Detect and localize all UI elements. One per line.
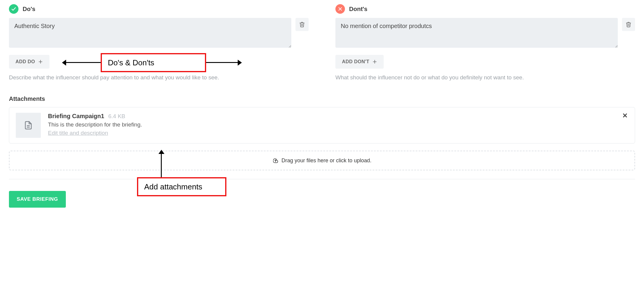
arrowhead-right-icon: [238, 60, 242, 66]
annotation-add-attachments: Add attachments: [137, 177, 226, 196]
check-icon: [9, 4, 18, 14]
upload-dropzone[interactable]: Drag your files here or click to upload.: [9, 151, 635, 170]
plus-icon: [38, 59, 43, 64]
add-dont-label: ADD DON'T: [342, 59, 369, 64]
do-item-input[interactable]: [9, 18, 291, 48]
attachments-heading: Attachments: [9, 95, 635, 102]
arrowhead-up-icon: [158, 150, 164, 154]
attachment-description: This is the description for the briefing…: [48, 121, 628, 128]
attachment-title: Briefing Campaign1: [48, 113, 104, 119]
close-icon: ✕: [622, 112, 628, 119]
arrowhead-left-icon: [62, 60, 66, 66]
file-icon: [16, 113, 41, 138]
trash-icon: [299, 21, 305, 27]
attachment-card: Briefing Campaign1 6.4 KB This is the de…: [9, 107, 635, 143]
annotation-dos-donts: Do's & Don'ts: [101, 53, 206, 72]
edit-attachment-link[interactable]: Edit title and description: [48, 130, 108, 136]
add-do-label: ADD DO: [15, 59, 35, 64]
dos-help-text: Describe what the influencer should pay …: [9, 73, 229, 82]
add-do-button[interactable]: ADD DO: [9, 55, 49, 69]
upload-icon: [273, 158, 279, 163]
attachment-size: 6.4 KB: [108, 113, 125, 119]
x-icon: [335, 4, 345, 14]
plus-icon: [372, 59, 377, 64]
dos-title: Do's: [23, 6, 35, 13]
donts-title: Dont's: [349, 6, 367, 13]
annotation-arrow-up: [161, 153, 162, 177]
dont-item-input[interactable]: [335, 18, 618, 48]
dropzone-text: Drag your files here or click to upload.: [281, 158, 371, 164]
delete-do-button[interactable]: [295, 18, 309, 31]
donts-column: Dont's ADD DON'T What should the influen…: [335, 4, 635, 82]
annotation-arrow-left: [65, 62, 101, 63]
save-briefing-button[interactable]: SAVE BRIEFING: [9, 191, 66, 208]
delete-dont-button[interactable]: [622, 18, 635, 31]
remove-attachment-button[interactable]: ✕: [620, 112, 629, 120]
donts-help-text: What should the influencer not do or wha…: [335, 73, 556, 82]
trash-icon: [626, 21, 631, 27]
annotation-arrow-right: [206, 62, 238, 63]
add-dont-button[interactable]: ADD DON'T: [335, 55, 384, 69]
divider: [9, 179, 635, 179]
